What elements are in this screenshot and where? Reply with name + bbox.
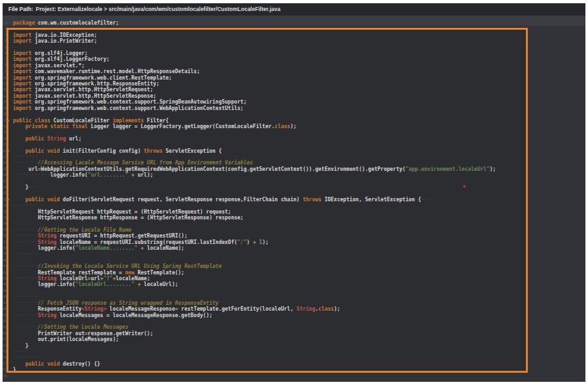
fold-arrow-icon[interactable]: ▾ xyxy=(8,148,10,154)
line-number[interactable]: 17 xyxy=(3,118,7,124)
line-number[interactable]: 4 xyxy=(3,38,7,44)
line-number[interactable]: 5 xyxy=(3,45,7,50)
line-number[interactable]: 34 xyxy=(3,221,7,227)
line-number[interactable]: 50 xyxy=(3,318,7,324)
code-line[interactable]: 57 public void destroy() {}·· xyxy=(3,361,585,367)
line-number[interactable]: 48 xyxy=(3,306,7,312)
code-line[interactable]: 29 xyxy=(3,190,585,196)
line-number[interactable]: 39 xyxy=(3,251,7,257)
code-line[interactable]: 19 xyxy=(3,129,585,135)
line-number[interactable]: 51 xyxy=(3,324,7,330)
code-line[interactable]: 13import javax.servlet.http.HttpServletR… xyxy=(3,93,585,99)
line-number[interactable]: 58 xyxy=(3,367,7,373)
code-line[interactable]: 5 xyxy=(3,45,585,50)
code-line[interactable]: 56········ xyxy=(3,355,585,360)
line-number[interactable]: 45 xyxy=(3,288,7,294)
line-number[interactable]: 31 xyxy=(3,203,7,208)
line-number[interactable]: 2 xyxy=(3,26,7,32)
code-line[interactable]: 9import com.wavemaker.runtime.rest.model… xyxy=(3,69,585,74)
line-number[interactable]: 54 xyxy=(3,343,7,349)
code-line[interactable]: 33 HttpServletResponse httpResponse = (H… xyxy=(3,215,585,221)
line-number[interactable]: 23 xyxy=(3,154,7,160)
code-line[interactable]: 24········//Accessing Lacale Message Ser… xyxy=(3,160,585,166)
code-line[interactable]: 42 RestTemplate restTemplate = new RestT… xyxy=(3,270,585,276)
code-line[interactable]: 59 xyxy=(3,373,585,379)
line-number[interactable]: 16 xyxy=(3,111,7,117)
code-line[interactable]: 34· xyxy=(3,221,585,227)
line-number[interactable]: 56 xyxy=(3,355,7,360)
code-line[interactable]: 54 } xyxy=(3,343,585,349)
line-number[interactable]: 18 xyxy=(3,124,7,129)
line-number[interactable]: 25 xyxy=(3,166,7,172)
code-line[interactable]: 28 }··· xyxy=(3,184,585,190)
line-number[interactable]: 59 xyxy=(3,373,7,379)
line-number[interactable]: 24 xyxy=(3,160,7,166)
line-number[interactable]: 6 xyxy=(3,50,7,56)
line-number[interactable]: 29 xyxy=(3,190,7,196)
code-line[interactable]: 52 PrintWriter out=response.getWriter(); xyxy=(3,331,585,337)
line-number[interactable]: 33 xyxy=(3,215,7,221)
code-line[interactable]: 36········String requestURI = httpReques… xyxy=(3,233,585,239)
line-number[interactable]: 49 xyxy=(3,313,7,318)
line-number[interactable]: 21 xyxy=(3,142,7,148)
line-number[interactable]: 32 xyxy=(3,209,7,215)
line-number[interactable]: 28 xyxy=(3,184,7,190)
line-number[interactable]: 57 xyxy=(3,361,7,367)
line-number[interactable]: 35 xyxy=(3,227,7,233)
line-number[interactable]: 3 xyxy=(3,32,7,38)
line-number[interactable]: 26 xyxy=(3,172,7,178)
code-line[interactable]: 10import org.springframework.web.client.… xyxy=(3,75,585,81)
line-number[interactable]: 22 xyxy=(3,148,7,154)
code-line[interactable]: 12import javax.servlet.http.HttpServletR… xyxy=(3,87,585,93)
line-number[interactable]: 27 xyxy=(3,179,7,184)
code-line[interactable]: 53 out.print(localeMessages); xyxy=(3,337,585,342)
line-number[interactable]: 36 xyxy=(3,233,7,239)
code-line[interactable]: 50 xyxy=(3,318,585,324)
code-line[interactable]: 45· xyxy=(3,288,585,294)
line-number[interactable]: 42 xyxy=(3,270,7,276)
code-line[interactable]: 48 ResponseEntity<String> localeMessageR… xyxy=(3,306,585,312)
code-line[interactable]: 18 private static final Logger logger = … xyxy=(3,124,585,129)
line-number[interactable]: 30 xyxy=(3,197,7,203)
line-number[interactable]: 55 xyxy=(3,349,7,355)
code-editor[interactable]: 1package com.wm.customlocalefilter;23imp… xyxy=(3,16,585,382)
line-number[interactable]: 1 xyxy=(3,20,7,26)
code-line[interactable]: 37········String localeName = requestURI… xyxy=(3,239,585,245)
code-line[interactable]: 20 public String url; xyxy=(3,136,585,142)
line-number[interactable]: 46 xyxy=(3,294,7,300)
code-line[interactable]: 4import java.io.PrintWriter; xyxy=(3,38,585,44)
code-line[interactable]: 46········ xyxy=(3,294,585,300)
code-line[interactable]: 31········ xyxy=(3,203,585,208)
line-number[interactable]: 12 xyxy=(3,87,7,93)
line-number[interactable]: 8 xyxy=(3,63,7,69)
code-line[interactable]: 27 xyxy=(3,179,585,184)
line-number[interactable]: 38 xyxy=(3,245,7,251)
line-number[interactable]: 10 xyxy=(3,75,7,81)
code-line[interactable]: 22▾ public void init(FilterConfig config… xyxy=(3,148,585,154)
line-number[interactable]: 43 xyxy=(3,276,7,282)
code-line[interactable]: 17▾public class CustomLocaleFilter imple… xyxy=(3,118,585,124)
code-line[interactable]: 2 xyxy=(3,26,585,32)
code-line[interactable]: 15import org.springframework.web.context… xyxy=(3,105,585,111)
code-line[interactable]: 3import java.io.IOException; xyxy=(3,32,585,38)
code-line[interactable]: 7import org.slf4j.LoggerFactory; xyxy=(3,56,585,62)
code-line[interactable]: 51········//Setting the Locale Messages xyxy=(3,324,585,330)
line-number[interactable]: 11 xyxy=(3,81,7,87)
code-line[interactable]: 14import org.springframework.web.context… xyxy=(3,99,585,105)
line-number[interactable]: 13 xyxy=(3,93,7,99)
fold-arrow-icon[interactable]: ▾ xyxy=(8,197,10,203)
code-line[interactable]: 40 xyxy=(3,258,585,263)
line-number[interactable]: 44 xyxy=(3,282,7,287)
line-number[interactable]: 9 xyxy=(3,69,7,74)
line-number[interactable]: 52 xyxy=(3,331,7,337)
fold-arrow-icon[interactable]: ▾ xyxy=(8,118,10,124)
line-number[interactable]: 15 xyxy=(3,105,7,111)
code-line[interactable]: 1package com.wm.customlocalefilter; xyxy=(3,20,585,26)
code-line[interactable]: 41········//Invoking the Locale Service … xyxy=(3,263,585,269)
code-line[interactable]: 38 logger.info("localeName........" + lo… xyxy=(3,245,585,251)
code-line[interactable]: 30▾ public void doFilter(ServletRequest … xyxy=(3,197,585,203)
code-line[interactable]: 16 xyxy=(3,111,585,117)
code-line[interactable]: 8import javax.servlet.*; xyxy=(3,63,585,69)
code-line[interactable]: 58} xyxy=(3,367,585,373)
code-line[interactable]: 21 xyxy=(3,142,585,148)
